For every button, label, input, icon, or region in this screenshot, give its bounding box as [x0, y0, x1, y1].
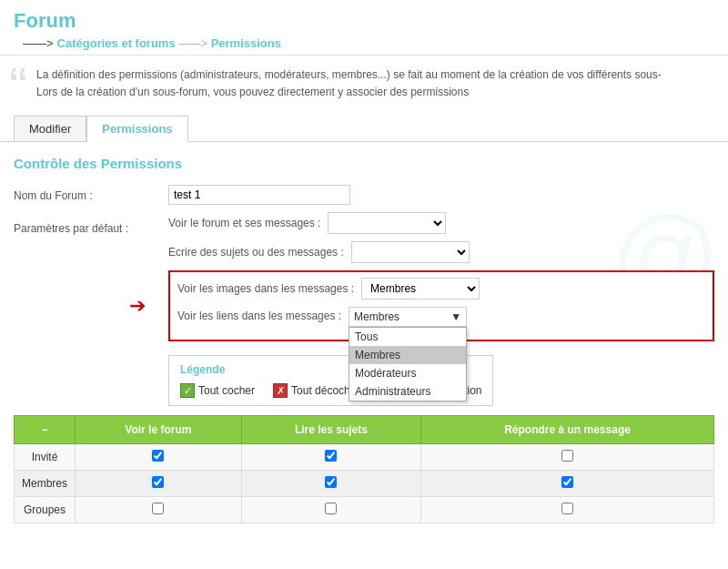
cell-groupes-repondre — [421, 497, 714, 523]
ecrire-sujets-row: Ecrire des sujets ou des messages : — [168, 241, 714, 263]
cell-groupes-voir — [76, 497, 242, 523]
checkbox-invite-repondre[interactable] — [561, 450, 573, 462]
cell-invite-lire — [241, 444, 420, 471]
row-label-groupes: Groupes — [15, 497, 76, 523]
tabs-row: Modifier Permissions — [0, 116, 728, 142]
voir-liens-label: Voir les liens dans les messages : — [177, 310, 341, 322]
table-row-invite: Invité — [15, 444, 714, 471]
option-moderateurs[interactable]: Modérateurs — [349, 364, 466, 382]
table-header-minus[interactable]: − — [15, 416, 76, 444]
voir-images-row: Voir les images dans les messages : Memb… — [177, 278, 705, 300]
page-title: Forum — [14, 9, 714, 33]
checkbox-membres-lire[interactable] — [325, 476, 337, 488]
tout-cocher-label: Tout cocher — [198, 384, 255, 397]
tab-permissions[interactable]: Permissions — [86, 116, 187, 142]
form-area: Nom du Forum : Paramètres par défaut : V… — [14, 185, 714, 406]
voir-liens-dropdown-container: Membres ▼ Tous Membres Modérateurs Admin… — [349, 307, 467, 327]
voir-liens-select-display[interactable]: Membres ▼ — [349, 307, 467, 327]
form-fields: Voir le forum et ses messages : Ecrire d… — [168, 185, 714, 406]
parametres-label: Paramètres par défaut : — [14, 222, 150, 235]
section-title: Contrôle des Permissions — [14, 156, 714, 171]
tout-decocher-action[interactable]: ✗ Tout décocher — [273, 383, 359, 398]
info-line1: La définition des permissions (administr… — [36, 66, 714, 84]
cell-invite-repondre — [421, 444, 714, 471]
table-row-groupes: Groupes — [15, 497, 714, 523]
checkbox-groupes-repondre[interactable] — [561, 503, 573, 514]
row-label-membres: Membres — [15, 471, 76, 497]
tout-decocher-icon: ✗ — [273, 383, 288, 398]
voir-images-select[interactable]: Membres Tous Modérateurs Administrateurs — [361, 278, 480, 300]
voir-images-label: Voir les images dans les messages : — [177, 282, 354, 295]
breadcrumb: ——> Catégories et forums ——> Permissions — [23, 36, 714, 50]
page-wrapper: Forum ——> Catégories et forums ——> Permi… — [0, 0, 728, 569]
checkbox-invite-lire[interactable] — [325, 450, 337, 462]
checkbox-membres-repondre[interactable] — [561, 476, 573, 488]
breadcrumb-link-categories[interactable]: Catégories et forums — [57, 36, 176, 50]
checkbox-invite-voir[interactable] — [152, 450, 164, 462]
row-label-invite: Invité — [15, 444, 76, 471]
table-header-voir-forum: Voir le forum — [76, 416, 242, 444]
voir-liens-value: Membres — [354, 310, 399, 323]
tout-cocher-icon: ✓ — [180, 383, 195, 398]
nom-forum-row — [168, 185, 714, 205]
breadcrumb-arrow-mid: ——> — [179, 37, 207, 50]
main-content: Contrôle des Permissions @ Nom du Forum … — [0, 142, 728, 533]
breadcrumb-current: Permissions — [211, 36, 281, 50]
option-administrateurs[interactable]: Administrateurs — [349, 382, 466, 401]
ecrire-sujets-select[interactable] — [351, 241, 470, 263]
checkbox-membres-voir[interactable] — [152, 476, 164, 488]
info-line2: Lors de la création d'un sous-forum, vou… — [36, 84, 714, 101]
voir-forum-label: Voir le forum et ses messages : — [168, 217, 320, 229]
table-header-repondre: Répondre à un message — [421, 416, 714, 444]
table-header-lire-sujets: Lire les sujets — [241, 416, 420, 444]
cell-groupes-lire — [241, 497, 420, 523]
red-arrow: ➔ — [129, 294, 146, 318]
table-row-membres: Membres — [15, 471, 714, 497]
voir-liens-dropdown-open: Tous Membres Modérateurs Administrateurs — [349, 327, 467, 401]
voir-liens-row: Voir les liens dans les messages : Membr… — [177, 307, 705, 327]
info-section: La définition des permissions (administr… — [0, 56, 728, 108]
forum-name-input[interactable] — [168, 185, 350, 205]
checkbox-groupes-lire[interactable] — [325, 503, 337, 514]
voir-forum-row: Voir le forum et ses messages : — [168, 212, 714, 234]
tout-cocher-action[interactable]: ✓ Tout cocher — [180, 383, 255, 398]
chevron-down-icon: ▼ — [450, 310, 461, 323]
breadcrumb-arrow-start: ——> — [23, 36, 54, 50]
cell-membres-voir — [76, 471, 242, 497]
permissions-table: − Voir le forum Lire les sujets Répondre… — [14, 415, 714, 523]
highlighted-area: ➔ Voir les images dans les messages : Me… — [168, 270, 714, 341]
option-membres[interactable]: Membres — [349, 346, 466, 364]
checkbox-groupes-voir[interactable] — [152, 503, 164, 514]
header: Forum ——> Catégories et forums ——> Permi… — [0, 0, 728, 56]
cell-invite-voir — [76, 444, 242, 471]
option-tous[interactable]: Tous — [349, 328, 466, 346]
cell-membres-repondre — [421, 471, 714, 497]
cell-membres-lire — [241, 471, 420, 497]
ecrire-sujets-label: Ecrire des sujets ou des messages : — [168, 246, 344, 259]
voir-forum-select[interactable] — [328, 212, 446, 234]
nom-forum-label: Nom du Forum : — [14, 189, 150, 202]
tab-modifier[interactable]: Modifier — [14, 116, 86, 141]
